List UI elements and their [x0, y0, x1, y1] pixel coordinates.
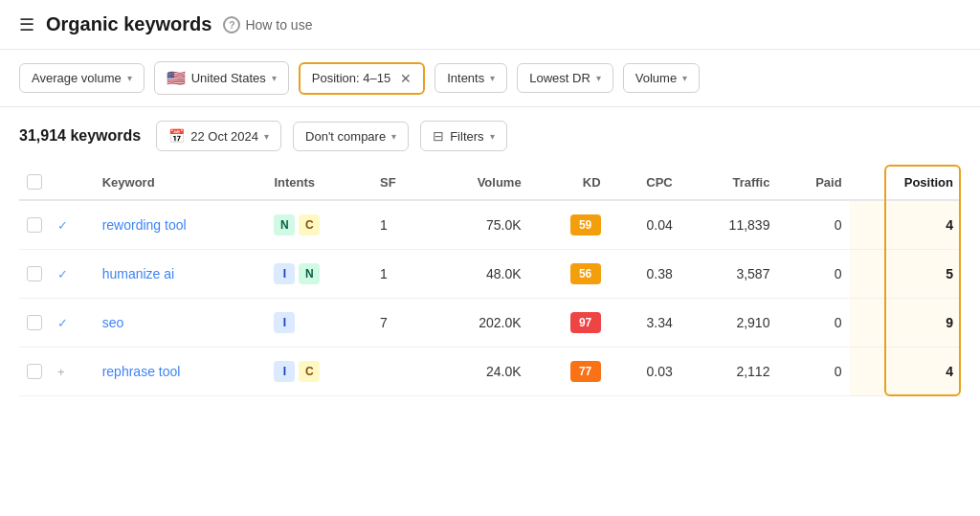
sf-value: 7 — [372, 299, 426, 348]
volume-label: Volume — [635, 71, 677, 85]
volume-value: 75.0K — [426, 200, 528, 250]
date-picker-button[interactable]: 📅 22 Oct 2024 ▾ — [156, 121, 281, 151]
keyword-col-header: Keyword — [95, 165, 267, 200]
traffic-value: 3,587 — [680, 250, 778, 299]
intents-label: Intents — [447, 71, 484, 85]
sf-value: 1 — [372, 200, 426, 250]
table-row: ✓seoI7202.0K973.342,91009 — [19, 299, 961, 348]
volume-col-header: Volume — [426, 165, 528, 200]
keyword-link[interactable]: humanize ai — [102, 266, 175, 281]
paid-value: 0 — [777, 250, 849, 299]
lowest-dr-label: Lowest DR — [529, 71, 590, 85]
country-label: United States — [191, 71, 266, 85]
position-value: 4 — [850, 348, 961, 396]
position-value: 9 — [850, 299, 961, 348]
average-volume-label: Average volume — [32, 71, 122, 85]
intent-badge: I — [274, 361, 295, 382]
intent-badges: IN — [274, 263, 365, 284]
paid-value: 0 — [777, 200, 849, 250]
intent-badges: I — [274, 312, 365, 333]
intent-badge: C — [299, 361, 320, 382]
how-to-use-button[interactable]: ? How to use — [223, 16, 312, 34]
intent-badge: I — [274, 312, 295, 333]
how-to-use-label: How to use — [245, 17, 312, 33]
filter-bar: Average volume ▾ 🇺🇸 United States ▾ Posi… — [0, 50, 980, 107]
keywords-table-wrapper: Keyword Intents SF Volume KD CPC Traffic… — [0, 165, 980, 396]
volume-value: 202.0K — [426, 299, 528, 348]
chevron-down-icon: ▾ — [127, 73, 132, 83]
table-row: +rephrase toolIC24.0K770.032,11204 — [19, 348, 961, 396]
chevron-down-icon: ▾ — [272, 73, 277, 83]
cpc-value: 0.38 — [609, 250, 680, 299]
table-container: Keyword Intents SF Volume KD CPC Traffic… — [0, 165, 980, 396]
page-title: Organic keywords — [46, 13, 212, 35]
intent-badges: NC — [274, 214, 365, 236]
intent-badge: I — [274, 263, 295, 284]
hamburger-icon[interactable]: ☰ — [19, 14, 34, 35]
keywords-count: 31,914 keywords — [19, 127, 141, 145]
filters-button[interactable]: ⊟ Filters ▾ — [420, 121, 506, 151]
volume-value: 24.0K — [426, 348, 528, 396]
intent-badge: N — [299, 263, 320, 284]
keywords-table: Keyword Intents SF Volume KD CPC Traffic… — [19, 165, 961, 396]
help-icon: ? — [223, 16, 240, 34]
table-row: ✓humanize aiIN148.0K560.383,58705 — [19, 250, 961, 299]
toolbar-row: 31,914 keywords 📅 22 Oct 2024 ▾ Don't co… — [0, 107, 980, 165]
filters-label: Filters — [450, 129, 483, 144]
dont-compare-label: Don't compare — [305, 129, 386, 144]
keyword-link[interactable]: rewording tool — [102, 217, 187, 233]
keyword-link[interactable]: seo — [102, 315, 124, 330]
check-status: ✓ — [50, 200, 95, 250]
cpc-value: 0.04 — [609, 200, 680, 250]
row-checkbox[interactable] — [27, 364, 42, 379]
calendar-icon: 📅 — [168, 128, 185, 144]
cpc-value: 3.34 — [609, 299, 680, 348]
paid-col-header: Paid — [777, 165, 849, 200]
filter-icon: ⊟ — [433, 128, 444, 144]
average-volume-filter[interactable]: Average volume ▾ — [19, 63, 145, 93]
keyword-link[interactable]: rephrase tool — [102, 364, 181, 379]
row-checkbox[interactable] — [27, 217, 42, 233]
position-value: 5 — [850, 250, 961, 299]
intents-filter[interactable]: Intents ▾ — [434, 63, 507, 93]
traffic-col-header: Traffic — [680, 165, 778, 200]
flag-icon: 🇺🇸 — [167, 69, 186, 87]
traffic-value: 11,839 — [680, 200, 778, 250]
chevron-down-icon: ▾ — [490, 131, 495, 142]
volume-filter[interactable]: Volume ▾ — [623, 63, 700, 93]
row-checkbox[interactable] — [27, 315, 42, 330]
date-label: 22 Oct 2024 — [190, 129, 258, 144]
intent-badge: C — [299, 214, 320, 236]
select-all-checkbox[interactable] — [27, 174, 42, 190]
dont-compare-button[interactable]: Don't compare ▾ — [293, 122, 409, 151]
paid-value: 0 — [777, 348, 849, 396]
country-filter[interactable]: 🇺🇸 United States ▾ — [154, 61, 289, 95]
kd-value: 59 — [529, 200, 609, 250]
kd-value: 56 — [529, 250, 609, 299]
traffic-value: 2,112 — [680, 348, 778, 396]
traffic-value: 2,910 — [680, 299, 778, 348]
position-filter-label: Position: 4–15 — [312, 71, 390, 85]
check-status: ✓ — [50, 299, 95, 348]
volume-value: 48.0K — [426, 250, 528, 299]
chevron-down-icon: ▾ — [391, 131, 396, 142]
intent-badges: IC — [274, 361, 365, 382]
chevron-down-icon: ▾ — [490, 73, 495, 83]
kd-col-header: KD — [529, 165, 609, 200]
lowest-dr-filter[interactable]: Lowest DR ▾ — [517, 63, 613, 93]
check-status: ✓ — [50, 250, 95, 299]
position-value: 4 — [850, 200, 961, 250]
row-checkbox[interactable] — [27, 266, 42, 281]
close-icon[interactable]: ✕ — [400, 71, 412, 86]
position-filter[interactable]: Position: 4–15 ✕ — [299, 62, 425, 95]
cpc-value: 0.03 — [609, 348, 680, 396]
check-status: + — [50, 348, 95, 396]
sf-value — [372, 348, 426, 396]
position-col-header: Position — [850, 165, 961, 200]
cpc-col-header: CPC — [609, 165, 680, 200]
intents-col-header: Intents — [266, 165, 372, 200]
sf-col-header: SF — [372, 165, 426, 200]
chevron-down-icon: ▾ — [264, 131, 269, 142]
kd-value: 97 — [529, 299, 609, 348]
sf-value: 1 — [372, 250, 426, 299]
